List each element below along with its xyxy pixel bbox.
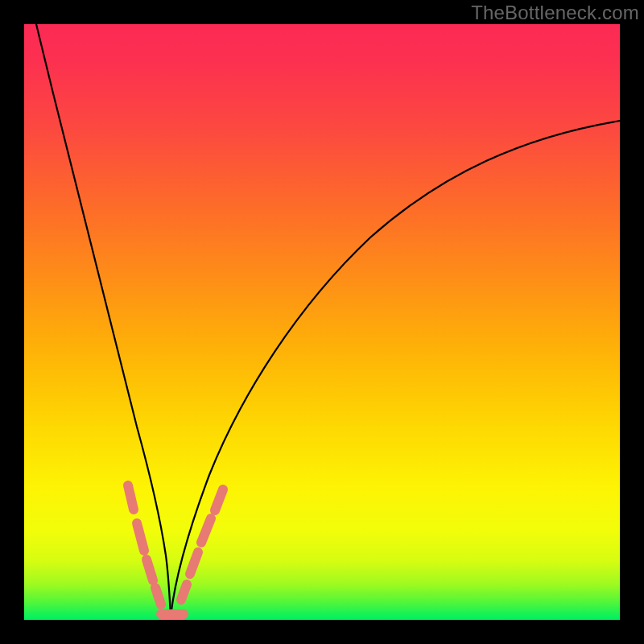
marker-left-dash-2: [137, 523, 144, 551]
marker-right-dash-2: [190, 552, 198, 574]
curve-right-branch: [171, 121, 620, 617]
curve-left-branch: [36, 24, 171, 617]
watermark-text: TheBottleneck.com: [471, 2, 639, 24]
marker-right-dash-4: [215, 489, 223, 510]
chart-svg: [24, 24, 620, 620]
marker-right-dash-3: [201, 518, 211, 543]
marker-left-dash-1: [128, 485, 134, 510]
marker-left-dash-3: [147, 559, 153, 580]
marker-left-dash-4: [155, 588, 161, 605]
plot-area: [24, 24, 620, 620]
chart-frame: TheBottleneck.com: [0, 0, 644, 644]
marker-right-dash-1: [181, 584, 187, 600]
